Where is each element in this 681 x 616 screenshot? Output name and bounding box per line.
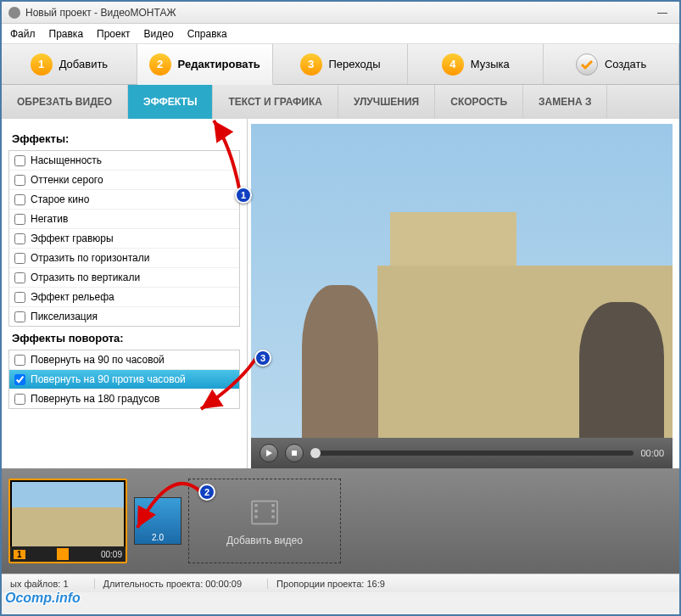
subtab-effects[interactable]: ЭФФЕКТЫ xyxy=(128,85,213,119)
menu-help[interactable]: Справка xyxy=(187,28,227,40)
status-duration: Длительность проекта: 00:00:09 xyxy=(94,579,243,589)
step-1-icon: 1 xyxy=(31,53,53,76)
effect-item[interactable]: Отразить по вертикали xyxy=(9,268,239,288)
effect-checkbox[interactable] xyxy=(14,292,25,303)
transition-slot[interactable]: 2.0 xyxy=(134,497,181,545)
svg-rect-3 xyxy=(254,510,257,512)
effect-label: Негатив xyxy=(31,213,68,225)
effect-label: Оттенки серого xyxy=(31,174,103,186)
rotation-list: Повернуть на 90 по часовой Повернуть на … xyxy=(8,350,240,409)
effects-sidebar: Эффекты: Насыщенность Оттенки серого Ста… xyxy=(2,119,248,468)
step-2-icon: 2 xyxy=(149,53,171,76)
rotation-checkbox[interactable] xyxy=(14,394,25,405)
effect-item[interactable]: Эффект гравюры xyxy=(9,229,239,249)
rotation-checkbox[interactable] xyxy=(14,374,25,385)
timeline-clip[interactable]: 1 00:09 xyxy=(8,479,127,563)
svg-rect-5 xyxy=(271,504,274,507)
effect-checkbox[interactable] xyxy=(14,272,25,283)
minimize-button[interactable]: — xyxy=(652,7,673,19)
add-video-button[interactable]: Добавить видео xyxy=(188,479,341,563)
watermark: Ocomp.info xyxy=(5,591,81,606)
status-files: ых файлов: 1 xyxy=(10,579,69,589)
seek-slider[interactable] xyxy=(310,451,634,456)
clip-thumbnail xyxy=(12,482,124,546)
step-3-icon: 3 xyxy=(300,53,322,76)
rotation-item[interactable]: Повернуть на 90 по часовой xyxy=(9,350,239,370)
clip-duration: 00:09 xyxy=(101,550,122,559)
svg-rect-7 xyxy=(271,515,274,518)
tab-music[interactable]: 4Музыка xyxy=(408,44,544,84)
add-video-label: Добавить видео xyxy=(226,535,303,546)
status-bar: ых файлов: 1 Длительность проекта: 00:00… xyxy=(2,574,679,592)
subtab-text[interactable]: ТЕКСТ И ГРАФИКА xyxy=(213,85,338,119)
effect-checkbox[interactable] xyxy=(14,175,25,186)
tab-add-label: Добавить xyxy=(59,58,108,70)
effects-list: Насыщенность Оттенки серого Старое кино … xyxy=(8,150,240,327)
edit-clip-icon[interactable] xyxy=(57,548,69,560)
menu-bar: Файл Правка Проект Видео Справка xyxy=(2,24,679,44)
subtab-crop[interactable]: ОБРЕЗАТЬ ВИДЕО xyxy=(2,85,128,119)
step-4-icon: 4 xyxy=(442,53,464,76)
rotation-checkbox[interactable] xyxy=(14,355,25,366)
effect-item[interactable]: Эффект рельефа xyxy=(9,288,239,307)
transition-duration: 2.0 xyxy=(152,533,164,542)
tab-create[interactable]: Создать xyxy=(544,44,679,84)
menu-file[interactable]: Файл xyxy=(10,28,36,40)
effect-item[interactable]: Старое кино xyxy=(9,190,239,210)
tab-edit-label: Редактировать xyxy=(178,58,260,70)
timeline[interactable]: 1 00:09 2.0 Добавить видео xyxy=(2,468,679,574)
app-icon xyxy=(8,7,20,19)
clip-info-bar: 1 00:09 xyxy=(10,546,126,562)
effect-item[interactable]: Отразить по горизонтали xyxy=(9,249,239,268)
tab-add[interactable]: 1Добавить xyxy=(2,44,137,84)
menu-video[interactable]: Видео xyxy=(144,28,174,40)
title-bar: Новый проект - ВидеоМОНТАЖ — xyxy=(2,2,679,24)
window-title: Новый проект - ВидеоМОНТАЖ xyxy=(25,7,176,19)
effect-checkbox[interactable] xyxy=(14,311,25,322)
time-display: 00:00 xyxy=(640,448,664,458)
status-ratio: Пропорции проекта: 16:9 xyxy=(267,579,385,589)
effect-checkbox[interactable] xyxy=(14,233,25,244)
rotation-item[interactable]: Повернуть на 180 градусов xyxy=(9,389,239,408)
effect-label: Насыщенность xyxy=(31,154,102,166)
subtab-speed[interactable]: СКОРОСТЬ xyxy=(435,85,523,119)
effect-item[interactable]: Пикселизация xyxy=(9,307,239,326)
effect-item[interactable]: Негатив xyxy=(9,210,239,229)
effect-checkbox[interactable] xyxy=(14,155,25,166)
subtab-replace[interactable]: ЗАМЕНА З xyxy=(523,85,607,119)
rotation-label: Повернуть на 90 по часовой xyxy=(31,354,165,366)
effect-label: Отразить по вертикали xyxy=(31,272,140,283)
effect-checkbox[interactable] xyxy=(14,194,25,205)
subtab-enhance[interactable]: УЛУЧШЕНИЯ xyxy=(338,85,435,119)
rotation-label: Повернуть на 180 градусов xyxy=(31,393,159,405)
rotation-item-selected[interactable]: Повернуть на 90 против часовой xyxy=(9,370,239,389)
effect-checkbox[interactable] xyxy=(14,214,25,225)
tab-transitions[interactable]: 3Переходы xyxy=(273,44,409,84)
effect-item[interactable]: Оттенки серого xyxy=(9,171,239,190)
film-icon xyxy=(248,496,282,529)
svg-rect-0 xyxy=(292,451,297,456)
rotation-label: Повернуть на 90 против часовой xyxy=(31,373,186,385)
clip-index: 1 xyxy=(14,550,25,559)
tab-edit[interactable]: 2Редактировать xyxy=(137,44,273,85)
tab-transitions-label: Переходы xyxy=(329,58,381,70)
menu-project[interactable]: Проект xyxy=(97,28,131,40)
svg-rect-2 xyxy=(254,504,257,507)
svg-rect-6 xyxy=(271,510,274,512)
sub-tabs: ОБРЕЗАТЬ ВИДЕО ЭФФЕКТЫ ТЕКСТ И ГРАФИКА У… xyxy=(2,85,679,119)
effect-item[interactable]: Насыщенность xyxy=(9,151,239,171)
workspace: Эффекты: Насыщенность Оттенки серого Ста… xyxy=(2,119,679,468)
play-button[interactable] xyxy=(260,444,278,462)
effect-label: Пикселизация xyxy=(31,311,98,322)
video-preview[interactable] xyxy=(251,124,673,438)
svg-rect-4 xyxy=(254,515,257,518)
menu-edit[interactable]: Правка xyxy=(49,28,84,40)
effects-heading: Эффекты: xyxy=(12,132,240,145)
stop-button[interactable] xyxy=(285,444,304,462)
seek-knob[interactable] xyxy=(310,448,321,458)
player-controls: 00:00 xyxy=(251,438,673,468)
tab-music-label: Музыка xyxy=(471,58,510,70)
effect-label: Отразить по горизонтали xyxy=(31,252,149,264)
effect-checkbox[interactable] xyxy=(14,253,25,264)
effect-label: Эффект гравюры xyxy=(31,232,114,244)
